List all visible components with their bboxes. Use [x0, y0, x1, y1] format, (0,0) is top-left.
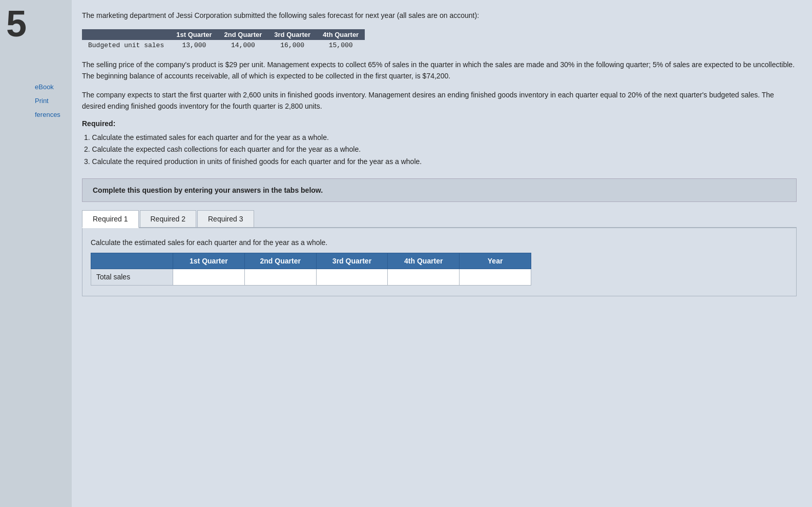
forecast-header-q2: 2nd Quarter — [218, 29, 268, 40]
sidebar: eBook Print ferences — [31, 0, 72, 507]
page-wrapper: 5 eBook Print ferences The marketing dep… — [0, 0, 812, 507]
answer-q2-input[interactable] — [244, 269, 316, 285]
answer-header-year: Year — [460, 253, 531, 269]
sidebar-item-print[interactable]: Print — [35, 96, 72, 106]
tab-content: Calculate the estimated sales for each q… — [82, 228, 797, 296]
answer-q1-field[interactable] — [178, 273, 239, 281]
answer-table-wrapper: 1st Quarter 2nd Quarter 3rd Quarter 4th … — [82, 253, 796, 296]
required-section: Required: 1. Calculate the estimated sal… — [82, 119, 797, 168]
intro-text: The marketing department of Jessi Corpor… — [82, 10, 797, 21]
problem-number: 5 — [0, 0, 31, 507]
answer-year-input[interactable] — [460, 269, 531, 285]
answer-row-label: Total sales — [91, 269, 173, 285]
sidebar-item-references[interactable]: ferences — [35, 110, 72, 119]
forecast-q2-value: 14,000 — [218, 40, 268, 51]
tabs-row: Required 1 Required 2 Required 3 — [82, 210, 797, 228]
complete-instruction-box: Complete this question by entering your … — [82, 178, 797, 202]
answer-header-q3: 3rd Quarter — [316, 253, 388, 269]
sidebar-item-ebook[interactable]: eBook — [35, 82, 72, 92]
answer-q4-input[interactable] — [388, 269, 460, 285]
forecast-table: 1st Quarter 2nd Quarter 3rd Quarter 4th … — [82, 29, 365, 51]
answer-header-q1: 1st Quarter — [173, 253, 245, 269]
forecast-header-q3: 3rd Quarter — [268, 29, 317, 40]
required-item-3: 3. Calculate the required production in … — [82, 156, 797, 168]
answer-q3-field[interactable] — [322, 273, 383, 281]
paragraph1: The selling price of the company's produ… — [82, 59, 797, 82]
forecast-header-q1: 1st Quarter — [170, 29, 218, 40]
answer-table: 1st Quarter 2nd Quarter 3rd Quarter 4th … — [91, 253, 531, 286]
answer-header-q2: 2nd Quarter — [244, 253, 316, 269]
main-content: The marketing department of Jessi Corpor… — [72, 0, 812, 507]
tab-required-3[interactable]: Required 3 — [197, 210, 254, 227]
number-label: 5 — [6, 5, 27, 42]
tab-required-1[interactable]: Required 1 — [82, 210, 139, 228]
tabs-area: Required 1 Required 2 Required 3 Calcula… — [82, 210, 797, 296]
forecast-q3-value: 16,000 — [268, 40, 317, 51]
forecast-q1-value: 13,000 — [170, 40, 218, 51]
answer-q1-input[interactable] — [173, 269, 245, 285]
answer-year-field[interactable] — [465, 273, 526, 281]
forecast-row-label: Budgeted unit sales — [82, 40, 170, 51]
tab-description: Calculate the estimated sales for each q… — [82, 234, 796, 253]
answer-q4-field[interactable] — [393, 273, 454, 281]
tab-required-2[interactable]: Required 2 — [140, 210, 197, 227]
complete-instruction-text: Complete this question by entering your … — [93, 186, 323, 194]
forecast-header-q4: 4th Quarter — [317, 29, 365, 40]
required-item-2: 2. Calculate the expected cash collectio… — [82, 144, 797, 156]
required-list: 1. Calculate the estimated sales for eac… — [82, 132, 797, 168]
answer-q2-field[interactable] — [250, 273, 311, 281]
forecast-q4-value: 15,000 — [317, 40, 365, 51]
answer-q3-input[interactable] — [316, 269, 388, 285]
required-item-1: 1. Calculate the estimated sales for eac… — [82, 132, 797, 144]
answer-header-q4: 4th Quarter — [388, 253, 460, 269]
forecast-header-blank — [82, 29, 170, 40]
paragraph2: The company expects to start the first q… — [82, 89, 797, 112]
required-label: Required: — [82, 119, 797, 128]
answer-header-blank — [91, 253, 173, 269]
